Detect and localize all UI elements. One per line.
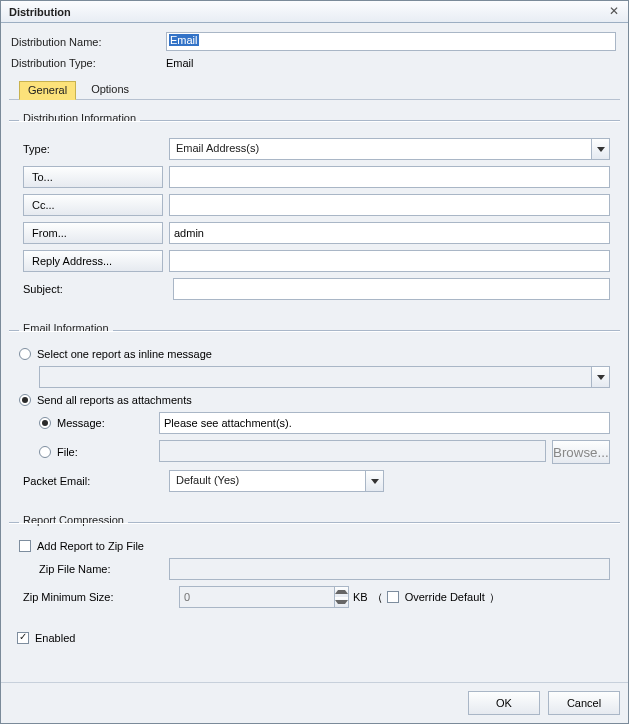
checkbox-enabled[interactable]: Enabled	[17, 632, 75, 644]
chevron-down-icon	[591, 367, 609, 387]
inline-report-combo[interactable]	[39, 366, 610, 388]
subject-input[interactable]	[173, 278, 610, 300]
titlebar: Distribution ✕	[1, 1, 628, 23]
radio-icon	[19, 394, 31, 406]
to-input[interactable]	[169, 166, 610, 188]
checkbox-override-default[interactable]: Override Default	[387, 591, 485, 603]
radio-icon	[19, 348, 31, 360]
tab-strip: General Options	[9, 80, 620, 100]
browse-button[interactable]: Browse...	[552, 440, 610, 464]
tab-options[interactable]: Options	[82, 80, 138, 99]
from-button[interactable]: From...	[23, 222, 163, 244]
zip-file-name-input	[169, 558, 610, 580]
radio-message[interactable]: Message:	[39, 417, 159, 429]
distribution-name-input[interactable]: Email	[166, 32, 616, 51]
arrow-up-icon	[335, 587, 348, 597]
zip-min-size-label: Zip Minimum Size:	[19, 591, 179, 603]
file-input	[159, 440, 546, 462]
close-icon[interactable]: ✕	[606, 4, 622, 20]
distribution-type-value: Email	[164, 54, 620, 72]
checkbox-icon	[387, 591, 399, 603]
message-input[interactable]	[159, 412, 610, 434]
legend-email-information: Email Information	[19, 322, 113, 334]
radio-icon	[39, 446, 51, 458]
distribution-dialog: Distribution ✕ Distribution Name: Email …	[0, 0, 629, 724]
reply-button[interactable]: Reply Address...	[23, 250, 163, 272]
cc-button[interactable]: Cc...	[23, 194, 163, 216]
subject-label: Subject:	[19, 283, 173, 295]
chevron-down-icon	[365, 471, 383, 491]
packet-email-label: Packet Email:	[19, 475, 169, 487]
reply-input[interactable]	[169, 250, 610, 272]
tab-general[interactable]: General	[19, 81, 76, 100]
dialog-title: Distribution	[9, 6, 71, 18]
cc-input[interactable]	[169, 194, 610, 216]
radio-attachments[interactable]: Send all reports as attachments	[19, 394, 192, 406]
packet-email-combo[interactable]: Default (Yes)	[169, 470, 384, 492]
distribution-type-label: Distribution Type:	[9, 54, 164, 72]
checkbox-add-zip[interactable]: Add Report to Zip File	[19, 540, 144, 552]
zip-file-name-label: Zip File Name:	[39, 563, 169, 575]
group-email-information: Email Information Select one report as i…	[9, 324, 620, 506]
legend-distribution-information: Distribution Information	[19, 112, 140, 124]
type-label: Type:	[19, 143, 169, 155]
radio-file[interactable]: File:	[39, 446, 159, 458]
type-combo[interactable]: Email Address(s)	[169, 138, 610, 160]
ok-button[interactable]: OK	[468, 691, 540, 715]
dialog-footer: OK Cancel	[1, 682, 628, 723]
from-input[interactable]	[169, 222, 610, 244]
legend-report-compression: Report Compression	[19, 514, 128, 526]
radio-icon	[39, 417, 51, 429]
arrow-down-icon	[335, 597, 348, 607]
header-section: Distribution Name: Email Distribution Ty…	[9, 29, 620, 72]
distribution-name-label: Distribution Name:	[9, 29, 164, 54]
checkbox-icon	[19, 540, 31, 552]
to-button[interactable]: To...	[23, 166, 163, 188]
checkbox-icon	[17, 632, 29, 644]
group-distribution-information: Distribution Information Type: Email Add…	[9, 114, 620, 314]
zip-min-size-spinner[interactable]	[179, 586, 349, 608]
kb-label: KB	[353, 591, 368, 603]
chevron-down-icon	[591, 139, 609, 159]
group-report-compression: Report Compression Add Report to Zip Fil…	[9, 516, 620, 622]
cancel-button[interactable]: Cancel	[548, 691, 620, 715]
radio-inline[interactable]: Select one report as inline message	[19, 348, 212, 360]
